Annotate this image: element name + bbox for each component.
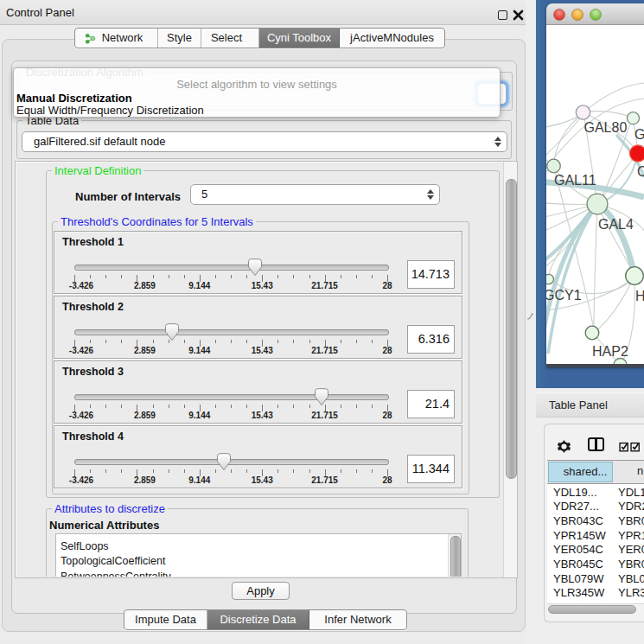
svg-text:GAL80: GAL80: [584, 120, 628, 135]
svg-text:HAP2: HAP2: [592, 344, 628, 359]
svg-text:C...: C...: [637, 164, 644, 179]
svg-text:GAL4: GAL4: [598, 217, 634, 232]
svg-text:G...: G...: [634, 127, 644, 142]
svg-text:H...: H...: [635, 289, 644, 303]
svg-text:GAL11: GAL11: [554, 173, 596, 188]
svg-text:GCY1: GCY1: [546, 288, 582, 303]
